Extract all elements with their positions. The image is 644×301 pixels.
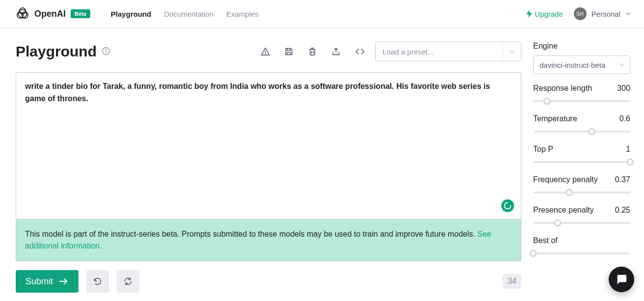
frequency-penalty-control: Frequency penalty 0.37 [533, 175, 630, 196]
actions-row: Submit 34 [16, 270, 521, 293]
model-notice: This model is part of the instruct-serie… [16, 219, 521, 261]
response-length-control: Response length 300 [533, 84, 630, 105]
token-count: 34 [503, 274, 521, 289]
nav-documentation[interactable]: Documentation [164, 10, 213, 18]
openai-logo-icon [16, 7, 29, 21]
arrow-right-icon [59, 277, 69, 286]
slider-value: 0.6 [619, 114, 630, 123]
submit-button[interactable]: Submit [16, 270, 78, 293]
slider-label: Best of [533, 236, 558, 245]
response-length-slider[interactable] [533, 98, 630, 105]
temperature-slider[interactable] [533, 128, 630, 135]
chevron-down-icon [625, 11, 631, 17]
beta-badge: Beta [71, 9, 90, 18]
slider-label: Top P [533, 145, 553, 154]
account-menu[interactable]: SH Personal [574, 7, 631, 20]
engine-value: davinci-instruct-beta [540, 61, 605, 69]
save-icon[interactable] [284, 47, 294, 56]
chevron-down-icon [619, 62, 625, 68]
slider-value: 300 [617, 84, 630, 93]
chat-icon [615, 273, 628, 286]
brand-name: OpenAI [34, 9, 66, 19]
nav-playground[interactable]: Playground [111, 10, 152, 18]
regenerate-button[interactable] [117, 270, 139, 293]
slider-value: 0.37 [615, 175, 630, 184]
toolbar [260, 47, 365, 56]
frequency-penalty-slider[interactable] [533, 189, 630, 196]
page-title: Playground [16, 43, 97, 60]
slider-value: 0.25 [615, 206, 630, 215]
bolt-icon [526, 10, 532, 18]
undo-button[interactable] [86, 270, 109, 293]
slider-label: Frequency penalty [533, 175, 598, 184]
brand-logo[interactable]: OpenAI Beta [16, 7, 90, 21]
submit-label: Submit [26, 276, 53, 287]
header-bar: OpenAI Beta Playground Documentation Exa… [0, 0, 644, 28]
avatar: SH [574, 7, 587, 20]
intercom-launcher[interactable] [609, 267, 634, 292]
preset-placeholder: Load a preset... [376, 48, 502, 56]
top-p-control: Top P 1 [533, 145, 630, 165]
loading-spinner [501, 199, 514, 212]
warning-icon[interactable] [260, 47, 270, 56]
slider-label: Response length [533, 84, 592, 93]
temperature-control: Temperature 0.6 [533, 114, 630, 135]
prompt-text: write a tinder bio for Tarak, a funny, r… [25, 82, 490, 103]
share-icon[interactable] [331, 47, 341, 56]
engine-label: Engine [533, 42, 630, 51]
upgrade-label: Upgrade [535, 10, 563, 18]
engine-control: Engine davinci-instruct-beta [533, 42, 630, 74]
header-right: Upgrade SH Personal [526, 7, 631, 20]
main-column: Playground [0, 28, 533, 293]
code-icon[interactable] [355, 47, 365, 56]
title-row: Playground [16, 42, 521, 61]
account-label: Personal [592, 10, 620, 18]
svg-point-6 [105, 49, 106, 49]
best-of-control: Best of [533, 236, 630, 257]
notice-text: This model is part of the instruct-serie… [25, 230, 477, 238]
delete-icon[interactable] [308, 47, 317, 56]
engine-select[interactable]: davinci-instruct-beta [533, 55, 630, 74]
top-p-slider[interactable] [533, 159, 630, 165]
undo-icon [93, 276, 103, 286]
slider-value: 1 [626, 145, 630, 154]
slider-label: Presence penalty [533, 206, 594, 215]
upgrade-link[interactable]: Upgrade [526, 10, 563, 18]
preset-select[interactable]: Load a preset... [375, 42, 521, 61]
nav-examples[interactable]: Examples [226, 10, 258, 18]
svg-point-8 [265, 54, 266, 55]
top-nav: Playground Documentation Examples [111, 10, 258, 18]
refresh-icon [123, 276, 133, 286]
presence-penalty-control: Presence penalty 0.25 [533, 206, 630, 226]
settings-sidebar: Engine davinci-instruct-beta Response le… [533, 28, 644, 293]
prompt-editor[interactable]: write a tinder bio for Tarak, a funny, r… [16, 72, 521, 219]
info-icon[interactable] [102, 47, 110, 57]
chevron-down-icon [502, 42, 521, 61]
presence-penalty-slider[interactable] [533, 219, 630, 226]
best-of-slider[interactable] [533, 250, 630, 257]
slider-label: Temperature [533, 114, 577, 123]
